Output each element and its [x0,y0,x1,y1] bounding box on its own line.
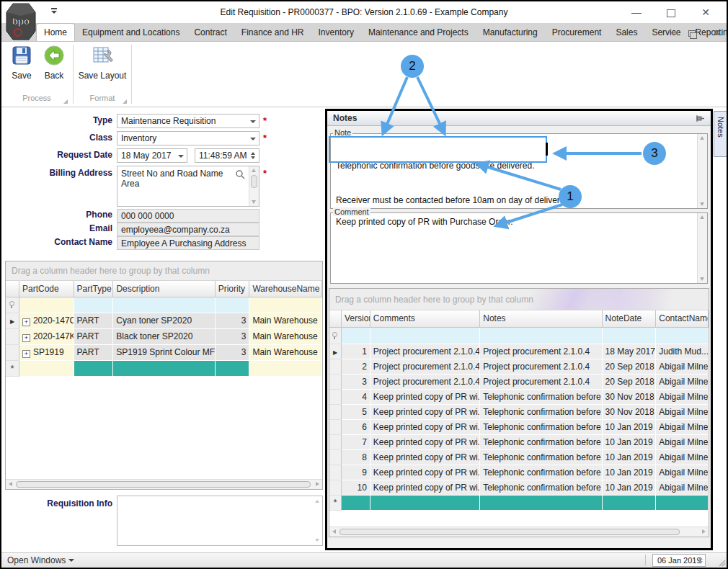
grid-row[interactable]: +2020-147KPARTBlack toner SP20203Main Wa… [6,329,322,345]
column-header-parttype[interactable]: PartType [74,281,114,297]
status-date-spinner[interactable]: 06 Jan 2019 [652,554,706,567]
grid-row[interactable]: 10Keep printed copy of PR wi...Telephoni… [329,480,709,496]
parts-grid[interactable]: Drag a column header here to group by th… [5,261,323,490]
tab-home[interactable]: Home [36,23,75,41]
new-row-cell[interactable] [480,496,602,511]
new-row-cell[interactable] [342,496,370,511]
group-dialog-launcher-icon[interactable] [63,99,68,104]
ribbon-options-icon[interactable] [50,8,58,14]
close-button[interactable]: ✕ [695,4,716,20]
grid-row[interactable]: * [6,361,322,377]
grid-row[interactable]: PartCodePartTypeDescriptionPriorityWareh… [6,281,322,297]
grid-row[interactable]: 3Project procurement 2.1.0.4Project proc… [329,375,709,390]
pin-icon[interactable] [696,115,705,123]
comment-textarea[interactable]: Keep printed copy of PR with Purchase Or… [330,212,708,284]
new-row-cell[interactable] [603,496,657,511]
chevron-down-icon[interactable] [175,150,186,161]
note-scrollbar[interactable] [697,134,707,208]
grid-row[interactable]: 7Keep printed copy of PR wi...Telephonic… [329,435,709,450]
grid-row[interactable]: 6Keep printed copy of PR wi...Telephonic… [329,420,709,435]
open-windows-button[interactable]: Open Windows [7,555,74,565]
mdi-close-button[interactable]: x [709,26,725,39]
save-layout-button[interactable]: Save Layout [75,45,130,81]
horizontal-scrollbar[interactable] [6,479,322,489]
maximize-button[interactable] [660,4,682,20]
notes-history-grid[interactable]: Drag a column header here to group by th… [329,288,709,537]
request-time-spinner[interactable]: 11:48:59 AM [195,148,259,163]
class-dropdown[interactable]: Inventory [117,131,259,145]
filter-cell[interactable] [19,297,74,313]
column-header-version[interactable]: Version [342,310,370,328]
contact-name-field[interactable]: Employee A Purchasing Address [117,236,259,250]
new-row-cell[interactable] [656,496,709,511]
group-dialog-launcher-icon[interactable] [123,99,127,104]
column-header-priority[interactable]: Priority [216,281,250,297]
expand-icon[interactable]: + [22,318,30,326]
scroll-down-icon[interactable] [315,539,319,542]
tab-finance-and-hr[interactable]: Finance and HR [234,24,311,42]
back-button[interactable]: Back [38,45,70,81]
column-header-partcode[interactable]: PartCode [19,281,74,297]
mdi-restore-button[interactable] [686,26,702,39]
tab-contract[interactable]: Contract [187,24,234,42]
scroll-up-icon[interactable] [315,500,319,503]
filter-cell[interactable] [370,328,480,344]
column-header-contactname[interactable]: ContactName [656,310,709,328]
billing-address-textarea[interactable]: Street No and Road Name Area [117,166,259,207]
filter-cell[interactable] [216,297,250,313]
column-header-comments[interactable]: Comments [370,310,480,328]
new-row-cell[interactable] [74,361,114,377]
grid-row[interactable]: 5Keep printed copy of PR wi...Telephonic… [329,405,709,420]
grid-row[interactable]: ▶+2020-147CPARTCyan toner SP20203Main Wa… [6,313,322,329]
new-row-cell[interactable] [113,361,215,377]
search-icon[interactable] [235,169,245,179]
filter-cell[interactable] [603,328,657,344]
tab-maintenance-and-projects[interactable]: Maintenance and Projects [361,24,476,42]
tab-sales[interactable]: Sales [608,24,644,42]
requisition-info-textarea[interactable] [117,496,323,546]
new-row-cell[interactable] [249,361,322,377]
grid-row[interactable]: +SP1919PARTSP1919 Sprint Colour MFC3Main… [6,345,322,361]
tab-inventory[interactable]: Inventory [311,24,361,42]
filter-cell[interactable] [74,297,114,313]
email-field[interactable]: employeea@company.co.za [117,223,259,236]
group-by-panel[interactable]: Drag a column header here to group by th… [6,261,322,281]
tab-equipment-and-locations[interactable]: Equipment and Locations [75,24,187,42]
filter-cell[interactable] [342,328,370,344]
chevron-down-icon[interactable] [247,115,258,127]
phone-field[interactable]: 000 000 0000 [117,209,259,223]
filter-cell[interactable] [480,328,602,344]
grid-row[interactable]: 4Keep printed copy of PR wi...Telephonic… [329,390,709,405]
minimize-button[interactable]: — [626,4,647,20]
spinner-arrows-icon[interactable] [249,150,258,161]
grid-row[interactable]: * [329,496,709,511]
resize-grip-icon[interactable] [718,559,726,567]
tab-procurement[interactable]: Procurement [545,24,609,42]
grid-row[interactable]: ▶1Project procurement 2.1.0.4Project pro… [329,344,709,359]
grid-row[interactable]: 9Keep printed copy of PR wi...Telephonic… [329,465,709,480]
column-header-description[interactable]: Description [113,281,215,297]
grid-row[interactable]: 8Keep printed copy of PR wi...Telephonic… [329,450,709,465]
new-row-cell[interactable] [370,496,480,511]
chevron-down-icon[interactable] [247,133,258,144]
expand-icon[interactable]: + [22,334,30,342]
new-row-cell[interactable] [19,361,74,377]
comment-scrollbar[interactable] [697,213,707,283]
type-dropdown[interactable]: Maintenance Requisition [117,114,259,128]
grid-row[interactable] [329,328,709,344]
spin-down-icon[interactable] [698,561,703,564]
request-date-picker[interactable]: 18 May 2017 [117,148,187,163]
billing-scrollbar[interactable] [249,166,259,206]
expand-icon[interactable]: + [22,350,30,358]
mdi-minimize-button[interactable]: — [666,26,682,39]
notes-side-tab[interactable]: Notes [714,111,728,157]
grid-row[interactable] [6,297,322,313]
horizontal-scrollbar[interactable] [329,527,709,537]
tab-manufacturing[interactable]: Manufacturing [476,24,545,42]
column-header-notedate[interactable]: NoteDate [603,310,657,328]
save-button[interactable]: Save [6,45,37,81]
notes-panel-header[interactable]: Notes [327,111,711,126]
filter-cell[interactable] [249,297,322,313]
column-header-notes[interactable]: Notes [480,310,602,328]
group-by-panel[interactable]: Drag a column header here to group by th… [329,289,709,310]
